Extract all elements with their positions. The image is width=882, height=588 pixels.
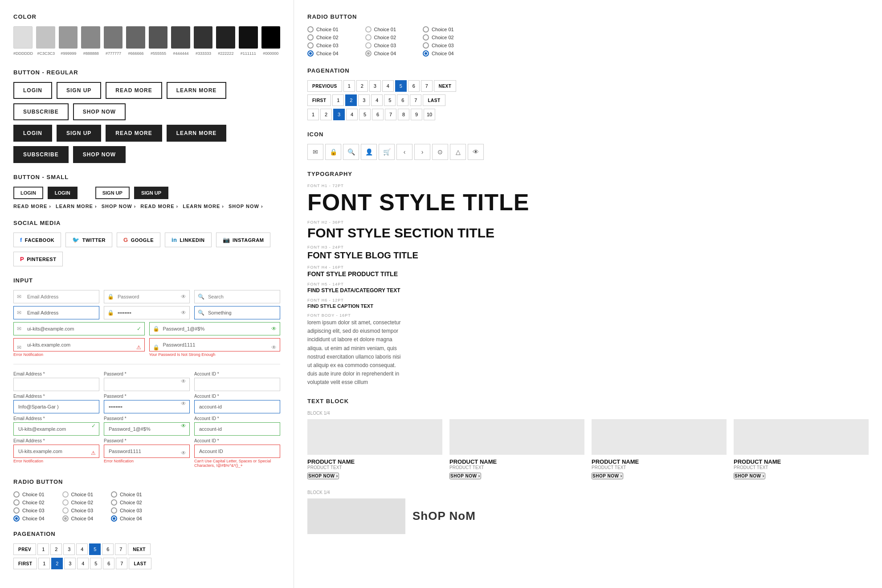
eye-icon-box[interactable]: 👁 (468, 144, 484, 160)
filled-button[interactable]: SHOP NOW (73, 146, 126, 163)
small-readmore-link1[interactable]: READ MORE (13, 204, 51, 209)
labeled-email-2[interactable] (13, 400, 99, 413)
filled-button[interactable]: SUBSCRIBE (13, 146, 69, 163)
radio-r3-4[interactable]: Choice 04 (423, 50, 454, 57)
radio-r2-3[interactable]: Choice 03 (365, 42, 396, 49)
eye-icon-8[interactable]: 👁 (181, 450, 186, 456)
outline-button[interactable]: SUBSCRIBE (13, 103, 69, 120)
linkedin-button[interactable]: inLINKEDIN (165, 233, 212, 247)
chevron-right-icon-box[interactable]: › (414, 144, 430, 160)
radio-r1-3[interactable]: Choice 03 (307, 42, 339, 49)
page-btn-r2-4[interactable]: 4 (371, 94, 383, 106)
search-icon-box[interactable]: 🔍 (343, 144, 359, 160)
pinterest-button[interactable]: PPINTEREST (13, 252, 63, 266)
user-icon-box[interactable]: 👤 (361, 144, 377, 160)
instagram-button[interactable]: 📷INSTAGRAM (216, 233, 271, 247)
page-btn-l-5[interactable]: 5 (89, 543, 101, 555)
outline-button[interactable]: SHOP NOW (73, 103, 126, 120)
page-btn-l-2[interactable]: 2 (50, 543, 62, 555)
page-btn-r3-5[interactable]: 5 (359, 109, 371, 120)
page-btn-r3-8[interactable]: 8 (398, 109, 409, 120)
page-btn-r2-1[interactable]: 1 (332, 94, 344, 106)
radio-item-l1-2[interactable]: Choice 02 (13, 499, 45, 506)
next-btn-right-1[interactable]: NEXT (434, 80, 457, 92)
page-btn-l2-2[interactable]: 2 (51, 558, 63, 569)
page-btn-r1-5[interactable]: 5 (395, 80, 407, 92)
page-btn-l-3[interactable]: 3 (63, 543, 75, 555)
facebook-button[interactable]: fFACEBOOK (13, 233, 61, 247)
filled-button[interactable]: READ MORE (106, 125, 162, 142)
page-btn-r3-3[interactable]: 3 (333, 109, 345, 120)
previous-btn-right[interactable]: PREVIOUS (307, 80, 342, 92)
labeled-email-4[interactable] (13, 445, 99, 458)
small-shopnow-link2[interactable]: SHOP NOW (229, 204, 263, 209)
outline-button[interactable]: SIGN UP (57, 82, 101, 99)
radio-item-l2-4[interactable]: Choice 04 (62, 515, 94, 522)
labeled-email-1[interactable] (13, 378, 99, 391)
filled-button[interactable]: LEARN MORE (167, 125, 227, 142)
page-btn-l2-3[interactable]: 3 (64, 558, 76, 569)
small-signup-outline[interactable]: SIGN UP (95, 187, 130, 199)
last-btn-right[interactable]: LAST (423, 94, 445, 106)
page-btn-r3-7[interactable]: 7 (385, 109, 396, 120)
small-shopnow-link1[interactable]: SHOP NOW (102, 204, 136, 209)
page-btn-l2-6[interactable]: 6 (103, 558, 114, 569)
radio-r1-2[interactable]: Choice 02 (307, 34, 339, 41)
filled-button[interactable]: LOGIN (13, 125, 52, 142)
radio-r2-2[interactable]: Choice 02 (365, 34, 396, 41)
triangle-icon-box[interactable]: △ (450, 144, 466, 160)
radio-r3-3[interactable]: Choice 03 (423, 42, 454, 49)
small-login-outline[interactable]: LOGIN (13, 187, 43, 199)
password-input-2[interactable] (104, 306, 190, 319)
password-input-1[interactable] (104, 290, 190, 303)
small-signup-filled[interactable]: SIGN UP (134, 187, 168, 199)
radio-r1-1[interactable]: Choice 01 (307, 26, 339, 33)
page-btn-r3-6[interactable]: 6 (372, 109, 384, 120)
password-input-4[interactable] (149, 338, 281, 351)
page-btn-r1-3[interactable]: 3 (369, 80, 381, 92)
search-input-2[interactable] (194, 306, 280, 319)
last-btn-left[interactable]: LAST (129, 558, 151, 569)
radio-item-l1-4[interactable]: Choice 04 (13, 515, 45, 522)
page-btn-r3-10[interactable]: 10 (424, 109, 435, 120)
first-btn-right[interactable]: FIRST (307, 94, 331, 106)
search-input-1[interactable] (194, 290, 280, 303)
small-readmore-link2[interactable]: READ MORE (140, 204, 178, 209)
radio-item-l2-3[interactable]: Choice 03 (62, 507, 94, 514)
eye-icon-7[interactable]: 👁 (181, 423, 186, 429)
radio-r3-2[interactable]: Choice 02 (423, 34, 454, 41)
twitter-button[interactable]: 🐦TWITTER (65, 233, 112, 247)
outline-button[interactable]: LOGIN (13, 82, 52, 99)
shop-now-button[interactable]: SHOP NOW (592, 473, 623, 479)
page-btn-r2-3[interactable]: 3 (358, 94, 370, 106)
radio-r1-4[interactable]: Choice 04 (307, 50, 339, 57)
outline-button[interactable]: LEARN MORE (167, 82, 227, 99)
small-login-filled[interactable]: LOGIN (48, 187, 78, 199)
page-btn-r1-4[interactable]: 4 (382, 80, 394, 92)
password-input-3[interactable] (149, 322, 281, 335)
radio-r2-1[interactable]: Choice 01 (365, 26, 396, 33)
radio-item-l2-2[interactable]: Choice 02 (62, 499, 94, 506)
email-input-2[interactable] (13, 306, 99, 319)
page-btn-l-4[interactable]: 4 (76, 543, 88, 555)
labeled-account-4[interactable] (194, 445, 280, 458)
labeled-account-2[interactable] (194, 400, 280, 413)
radio-item-l3-2[interactable]: Choice 02 (111, 499, 142, 506)
labeled-password-3[interactable] (104, 422, 190, 436)
labeled-password-4[interactable] (104, 445, 190, 458)
page-btn-r3-1[interactable]: 1 (307, 109, 319, 120)
outline-button[interactable]: READ MORE (106, 82, 162, 99)
email-input-4[interactable] (13, 338, 145, 351)
radio-r2-4[interactable]: Choice 04 (365, 50, 396, 57)
email-icon-box[interactable]: ✉ (307, 144, 323, 160)
shop-now-button[interactable]: SHOP NOW (734, 473, 765, 479)
radio-item-l3-3[interactable]: Choice 03 (111, 507, 142, 514)
page-btn-r1-2[interactable]: 2 (356, 80, 368, 92)
page-btn-r3-2[interactable]: 2 (320, 109, 332, 120)
eye-icon-4[interactable]: 👁 (271, 344, 277, 351)
radio-item-l1-1[interactable]: Choice 01 (13, 491, 45, 498)
labeled-email-3[interactable] (13, 422, 99, 436)
eye-icon-2[interactable]: 👁 (181, 310, 186, 316)
page-btn-l2-4[interactable]: 4 (77, 558, 89, 569)
page-btn-r1-6[interactable]: 6 (408, 80, 420, 92)
